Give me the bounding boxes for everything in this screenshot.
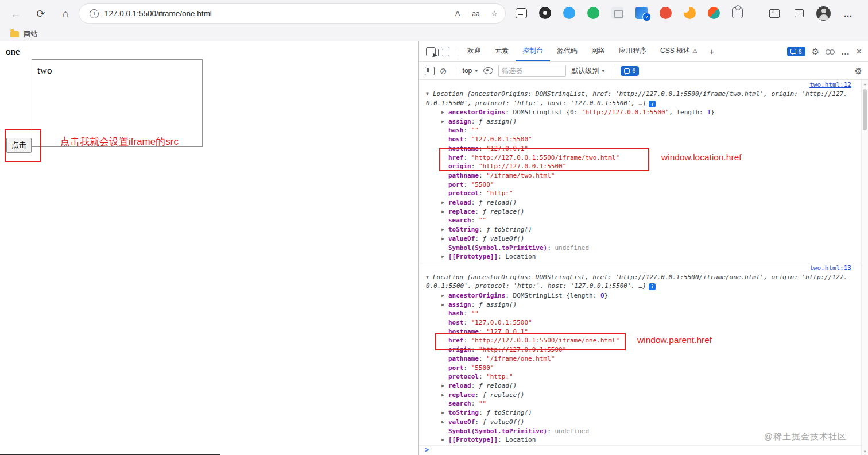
object-info-icon[interactable]: i [649, 283, 656, 290]
extension-icon-4[interactable] [587, 7, 599, 19]
extension-icon-1[interactable] [516, 8, 527, 18]
property-row[interactable]: ▶replace: ƒ replace() [426, 207, 851, 217]
devtools-tab-4[interactable]: 源代码 [550, 41, 584, 61]
property-row[interactable]: ▶ancestorOrigins: DOMStringList {0: 'htt… [426, 108, 851, 117]
extension-icon-5[interactable] [611, 7, 623, 19]
browser-menu-icon[interactable]: … [840, 6, 855, 21]
devtools-tab-3[interactable]: 控制台 [516, 41, 550, 61]
object-preview[interactable]: ▼Location {ancestorOrigins: DOMStringLis… [426, 90, 851, 107]
property-row[interactable]: ▶toString: ƒ toString() [426, 225, 851, 234]
property-value: "http:" [486, 373, 513, 380]
object-info-icon[interactable]: i [649, 101, 656, 107]
context-selector[interactable]: top ▼ [463, 67, 479, 75]
extension-icon-8[interactable] [684, 7, 696, 19]
devtools-settings-icon[interactable]: ⚙ [812, 47, 819, 56]
property-separator: : [498, 253, 505, 260]
focus-mode-icon[interactable] [826, 49, 835, 54]
expand-triangle-icon[interactable]: ▶ [441, 418, 448, 427]
property-row[interactable]: ▶assign: ƒ assign() [426, 300, 851, 310]
expand-triangle-icon[interactable]: ▶ [441, 381, 448, 391]
expand-triangle-icon[interactable]: ▶ [441, 252, 448, 261]
live-expression-icon[interactable] [483, 67, 493, 74]
devtools-tab-5[interactable]: 网络 [584, 41, 612, 61]
property-row[interactable]: ▶reload: ƒ reload() [426, 198, 851, 207]
click-button[interactable]: 点击 [6, 138, 32, 153]
devtools-tab-2[interactable]: 元素 [488, 41, 516, 61]
property-row: href: "http://127.0.0.1:5500/iframe/two.… [426, 153, 851, 163]
home-icon[interactable]: ⌂ [58, 6, 73, 21]
address-bar[interactable]: i 127.0.0.1:5500/iframe/one.html A aa ☆ [79, 4, 505, 23]
expand-triangle-icon[interactable]: ▶ [441, 117, 448, 126]
extension-icon-7[interactable] [660, 7, 672, 19]
inspect-element-icon[interactable] [426, 47, 436, 56]
clear-console-icon[interactable]: ⊘ [440, 67, 447, 75]
expand-triangle-icon[interactable]: ▶ [441, 391, 448, 400]
expand-triangle-icon[interactable]: ▶ [441, 435, 448, 445]
bookmark-folder-icon[interactable] [10, 31, 19, 37]
profile-avatar[interactable] [816, 6, 831, 21]
property-row[interactable]: ▶valueOf: ƒ valueOf() [426, 418, 851, 427]
extension-icon-6[interactable]: 2 [636, 7, 648, 19]
collections-icon[interactable] [792, 6, 807, 21]
scroll-up-icon[interactable]: ▲ [862, 82, 868, 86]
favorites-bar-icon[interactable] [767, 6, 782, 21]
expand-triangle-icon[interactable]: ▶ [441, 291, 448, 300]
extension-icon-3[interactable] [563, 7, 575, 19]
console-input-row[interactable]: > [419, 445, 862, 455]
more-tabs-icon[interactable]: + [704, 47, 719, 56]
expand-triangle-icon[interactable]: ▶ [441, 234, 448, 244]
expand-triangle-icon[interactable]: ▼ [426, 273, 433, 282]
site-info-icon[interactable]: i [90, 9, 99, 18]
console-issues-counter[interactable]: 6 [621, 66, 639, 76]
tab-label: CSS 概述 [660, 46, 690, 56]
property-row[interactable]: ▶replace: ƒ replace() [426, 391, 851, 400]
property-separator: : [479, 226, 486, 233]
devtools-tab-7[interactable]: CSS 概述⚠ [653, 41, 704, 61]
extension-icon-2[interactable] [539, 7, 551, 19]
object-preview[interactable]: ▼Location {ancestorOrigins: DOMStringLis… [426, 273, 851, 291]
property-value: undefined [555, 244, 589, 252]
console-sidebar-icon[interactable] [425, 67, 435, 75]
console-scrollbar[interactable]: ▲ ▼ [861, 80, 868, 455]
issues-counter[interactable]: 6 [787, 47, 805, 56]
console-settings-icon[interactable]: ⚙ [855, 67, 862, 75]
property-separator: : [471, 199, 479, 206]
devtools-close-icon[interactable]: ✕ [856, 47, 862, 56]
property-key: valueOf [448, 235, 475, 242]
property-row[interactable]: ▶assign: ƒ assign() [426, 117, 851, 126]
devtools-tab-1[interactable]: 欢迎 [460, 41, 488, 61]
text-preferences-icon[interactable]: aa [468, 6, 483, 21]
property-row[interactable]: ▶valueOf: ƒ valueOf() [426, 234, 851, 244]
extension-icon-9[interactable] [708, 7, 720, 19]
expand-triangle-icon[interactable]: ▶ [441, 198, 448, 207]
url-text[interactable]: 127.0.0.1:5500/iframe/one.html [104, 9, 212, 18]
scrollbar-thumb[interactable] [863, 89, 867, 130]
triangle-spacer [441, 372, 448, 381]
expand-triangle-icon[interactable]: ▶ [441, 207, 448, 217]
log-source-link[interactable]: two.html:12 [809, 81, 851, 88]
extensions-menu-icon[interactable] [732, 7, 743, 18]
property-row[interactable]: ▶reload: ƒ reload() [426, 381, 851, 391]
expand-triangle-icon[interactable]: ▶ [441, 108, 448, 117]
device-toolbar-icon[interactable] [441, 47, 450, 56]
triangle-spacer [441, 318, 448, 327]
devtools-tab-6[interactable]: 应用程序 [612, 41, 653, 61]
property-row[interactable]: ▶[[Prototype]]: Location [426, 252, 851, 261]
property-row[interactable]: ▶ancestorOrigins: DOMStringList {length:… [426, 291, 851, 300]
log-source-link[interactable]: two.html:13 [809, 264, 851, 272]
log-level-selector[interactable]: 默认级别 ▼ [571, 66, 605, 76]
bookmark-label[interactable]: 网站 [24, 29, 37, 39]
read-aloud-icon[interactable]: A [450, 6, 465, 21]
expand-triangle-icon[interactable]: ▶ [441, 225, 448, 234]
expand-triangle-icon[interactable]: ▶ [441, 408, 448, 418]
back-icon[interactable]: ← [8, 6, 23, 21]
scroll-down-icon[interactable]: ▼ [862, 449, 868, 453]
add-favorite-icon[interactable]: ☆ [487, 6, 502, 21]
expand-triangle-icon[interactable]: ▶ [441, 300, 448, 310]
devtools-menu-icon[interactable]: … [841, 47, 850, 56]
property-row[interactable]: ▶toString: ƒ toString() [426, 408, 851, 418]
expand-triangle-icon[interactable]: ▼ [426, 90, 433, 99]
refresh-icon[interactable]: ⟳ [33, 6, 48, 21]
filter-input[interactable] [498, 65, 566, 77]
property-value: 1 [707, 109, 711, 116]
